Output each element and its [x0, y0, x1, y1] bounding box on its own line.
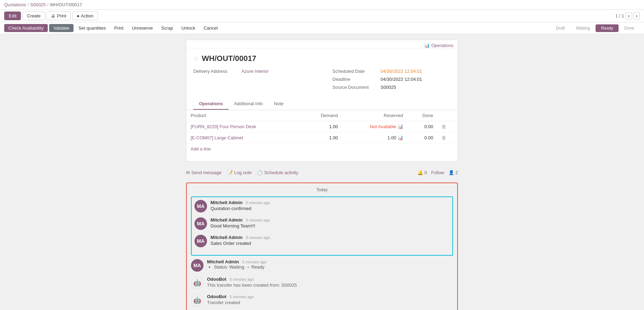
today-section: Today MA Mitchell Admin 5 minutes ago Qu… — [186, 183, 458, 310]
delivery-address-label: Delivery Address — [193, 69, 239, 74]
message-body: OdooBot 5 minutes ago This transfer has … — [207, 277, 453, 288]
status-print-button[interactable]: Print — [111, 24, 127, 32]
delivery-address-row: Delivery Address Azure Interior — [193, 69, 312, 74]
unlock-button[interactable]: Unlock — [178, 24, 199, 32]
print-button[interactable]: 🖨 Print — [46, 11, 71, 20]
message-body: OdooBot 5 minutes ago Transfer created — [207, 294, 453, 305]
message-time: 5 minutes ago — [246, 201, 270, 205]
message-time: 6 minutes ago — [246, 235, 270, 240]
follow-button[interactable]: Follow — [431, 170, 444, 175]
message-text: Transfer created — [207, 300, 453, 305]
source-doc-row: Source Document S00025 — [332, 85, 451, 90]
message-author: OdooBot — [207, 277, 227, 282]
source-doc-label: Source Document — [332, 85, 378, 90]
product-link[interactable]: [FURN_8220] Four Person Desk — [191, 124, 256, 129]
breadcrumb-quotations[interactable]: Quotations — [4, 2, 26, 7]
message-author: Mitchell Admin — [207, 259, 239, 264]
tab-operations[interactable]: Operations — [193, 98, 229, 110]
cell-demand: 1.00 — [302, 132, 342, 144]
col-reserved: Reserved — [342, 110, 407, 121]
create-button[interactable]: Create — [22, 11, 45, 20]
chatter-right: 🔔 0 Follow 👤 2 — [417, 170, 458, 175]
delete-icon[interactable]: 🗑 — [442, 124, 446, 129]
message-body: Mitchell Admin 6 minutes ago Sales Order… — [210, 235, 450, 246]
message-author: Mitchell Admin — [210, 217, 243, 223]
send-icon: ✉ — [186, 170, 190, 175]
message-author: Mitchell Admin — [210, 235, 243, 240]
message-time: 5 minutes ago — [243, 260, 267, 264]
regular-message: 🤖 OdooBot 5 minutes ago This transfer ha… — [191, 277, 453, 289]
message-body: Mitchell Admin 5 minutes ago Quotation c… — [210, 200, 450, 211]
message-body: Mitchell Admin 5 minutes ago Status: Wai… — [207, 259, 453, 270]
message-author: Mitchell Admin — [210, 200, 243, 205]
delivery-address-value[interactable]: Azure Interior — [242, 69, 269, 74]
graph-icon: 📊 — [424, 43, 430, 48]
doc-fields: Delivery Address Azure Interior Schedule… — [193, 69, 451, 93]
users-count: 👤 2 — [449, 170, 458, 175]
scheduled-date-value: 04/30/2022 12:04:01 — [381, 69, 422, 74]
cell-demand: 1.00 — [302, 121, 342, 132]
main-content: 📊 Operations ☆ WH/OUT/00017 Delivery Add… — [0, 34, 644, 310]
breadcrumb-s00025[interactable]: S00025 — [30, 2, 46, 7]
scrap-button[interactable]: Scrap — [158, 24, 176, 32]
prev-page-button[interactable]: ‹ — [626, 12, 632, 20]
left-fields: Delivery Address Azure Interior — [193, 69, 312, 93]
delete-icon[interactable]: 🗑 — [442, 135, 446, 140]
breadcrumb: Quotations / S00025 / WH/OUT/00017 — [0, 0, 644, 10]
print-icon: 🖨 — [51, 13, 55, 18]
message-text: Good Morning Team!!! — [210, 223, 450, 228]
doc-title-row: ☆ WH/OUT/00017 — [193, 54, 451, 63]
tab-additional-info[interactable]: Additional Info — [229, 98, 268, 110]
pagination: 1 / 1 ‹ › — [615, 12, 640, 20]
edit-button[interactable]: Edit — [4, 11, 21, 20]
cell-product: [FURN_8220] Four Person Desk — [186, 121, 302, 132]
followers-icon: 🔔 — [417, 170, 423, 175]
chart-icon: 📊 — [398, 135, 403, 140]
add-line-link[interactable]: Add a line — [186, 144, 458, 154]
avatar: MA — [194, 200, 207, 212]
cancel-button[interactable]: Cancel — [200, 24, 221, 32]
set-quantities-button[interactable]: Set quantities — [75, 24, 109, 32]
clock-icon: 🕐 — [257, 170, 263, 175]
next-page-button[interactable]: › — [634, 12, 640, 20]
users-icon: 👤 — [449, 170, 454, 175]
operations-table: Product Demand Reserved Done [FURN_8220]… — [186, 110, 458, 144]
deadline-value: 04/30/2022 12:04:01 — [381, 77, 422, 82]
action-dot-icon: ● — [77, 13, 79, 18]
validate-button[interactable]: Validate — [49, 24, 74, 32]
avatar: MA — [191, 259, 204, 272]
log-icon: 📝 — [227, 170, 233, 175]
doc-title: WH/OUT/00017 — [202, 54, 256, 63]
log-note-button[interactable]: 📝 Log note — [227, 170, 252, 175]
message-text: This transfer has been created from: S00… — [207, 282, 453, 288]
check-availability-button[interactable]: Check Availability — [4, 24, 48, 32]
schedule-activity-button[interactable]: 🕐 Schedule activity — [257, 170, 298, 175]
col-product: Product — [186, 110, 302, 121]
send-message-button[interactable]: ✉ Send message — [186, 170, 222, 175]
message-text: Quotation confirmed — [210, 206, 450, 211]
deadline-row: Deadline 04/30/2022 12:04:01 — [332, 77, 451, 82]
status-ready: Ready — [596, 24, 619, 32]
tabs: Operations Additional Info Note — [186, 98, 458, 110]
message-author: OdooBot — [207, 294, 227, 299]
message-time: 5 minutes ago — [246, 218, 270, 222]
message-body: Mitchell Admin 5 minutes ago Good Mornin… — [210, 217, 450, 228]
col-demand: Demand — [302, 110, 342, 121]
status-toolbar: Check Availability Validate Set quantiti… — [0, 22, 644, 34]
unreserve-button[interactable]: Unreserve — [128, 24, 156, 32]
star-icon[interactable]: ☆ — [193, 55, 199, 62]
cell-reserved: 1.00 📊 — [342, 132, 407, 144]
action-button[interactable]: ● Action — [72, 11, 98, 20]
product-link[interactable]: [E-COM07] Large Cabinet — [191, 135, 243, 140]
operations-link[interactable]: 📊 Operations — [424, 43, 453, 48]
today-label: Today — [191, 187, 453, 192]
cell-product: [E-COM07] Large Cabinet — [186, 132, 302, 144]
followers-count: 🔔 0 — [417, 170, 427, 175]
cell-delete: 🗑 — [437, 132, 458, 144]
status-draft: Draft — [550, 24, 570, 32]
tab-note[interactable]: Note — [268, 98, 289, 110]
avatar: 🤖 — [191, 277, 204, 289]
status-pipeline: Draft Waiting Ready Done — [550, 24, 640, 32]
breadcrumb-sep1: / — [28, 2, 29, 7]
cell-reserved: Not Available 📊 — [342, 121, 407, 132]
